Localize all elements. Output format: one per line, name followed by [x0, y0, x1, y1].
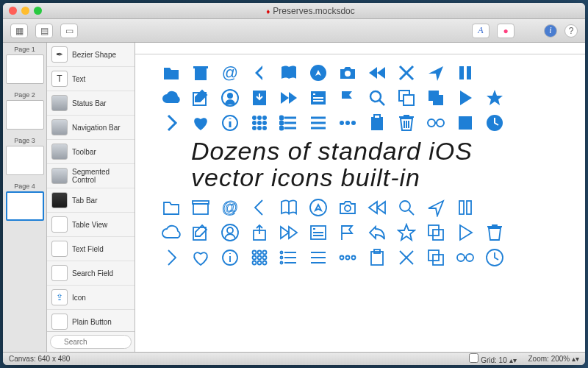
library-item-plainbutton[interactable]: Plain Button: [47, 310, 135, 331]
svg-point-55: [263, 251, 267, 255]
page-thumb-1[interactable]: [6, 54, 44, 84]
svg-point-72: [457, 254, 465, 261]
svg-point-33: [428, 119, 435, 127]
horizontal-ruler[interactable]: [135, 43, 585, 54]
svg-point-23: [257, 126, 262, 130]
help-button[interactable]: ?: [564, 24, 578, 38]
library-item-navbar[interactable]: Navigation Bar: [47, 116, 135, 140]
grid-checkbox[interactable]: Grid: 10 ▴▾: [469, 353, 516, 364]
library-item-toolbar[interactable]: Toolbar: [47, 140, 135, 164]
library-list: ✒Bezier Shape TText Status Bar Navigatio…: [47, 43, 135, 331]
tableview-icon: [51, 216, 68, 233]
info-button[interactable]: i: [544, 24, 557, 38]
star-icon: [485, 88, 504, 107]
icon-row-4: @: [162, 198, 570, 217]
page-thumb-3[interactable]: [6, 146, 44, 175]
icon-row-6: [162, 248, 570, 267]
color-inspector-button[interactable]: ●: [497, 24, 514, 38]
location-outline-icon: [426, 198, 445, 217]
library-item-segmented[interactable]: Segmented Control: [47, 164, 135, 188]
toolbar-library-button[interactable]: ▤: [35, 24, 53, 38]
svg-point-42: [400, 201, 410, 211]
library-item-text[interactable]: TText: [47, 67, 135, 91]
profile-icon: [220, 88, 240, 107]
square-icon: [456, 113, 475, 132]
close-outline-icon: [397, 248, 416, 267]
svg-rect-50: [429, 225, 439, 236]
windows-icon: [426, 88, 445, 107]
icon-row-2: [162, 88, 570, 107]
svg-rect-38: [193, 201, 209, 204]
svg-point-16: [252, 116, 257, 120]
svg-point-56: [253, 256, 257, 260]
chevron-left-outline-icon: [250, 198, 269, 217]
svg-point-34: [437, 119, 444, 127]
library-search: [47, 331, 135, 352]
searchfield-icon: [51, 265, 68, 281]
library-item-searchfield[interactable]: Search Field: [47, 261, 135, 286]
library-item-tableview[interactable]: Table View: [47, 213, 135, 237]
svg-point-2: [345, 71, 351, 77]
menu-outline-icon: [309, 248, 328, 267]
svg-point-24: [262, 126, 267, 130]
svg-point-19: [252, 121, 257, 125]
page-thumb-2[interactable]: [6, 100, 44, 130]
page-thumb-4[interactable]: [6, 191, 44, 221]
flag-icon: [338, 88, 357, 107]
icon-icon: ⇪: [51, 289, 68, 305]
canvas-area: @: [135, 43, 585, 352]
zoom-button[interactable]: [34, 7, 42, 15]
search-outline-icon: [397, 198, 416, 217]
copy-outline-icon: [426, 223, 445, 242]
svg-point-65: [340, 256, 344, 260]
compass-outline-icon: [309, 198, 328, 217]
svg-point-63: [281, 257, 283, 259]
statusbar-icon: [51, 95, 68, 111]
list-featured-icon: [309, 88, 328, 107]
info-outline-icon: [220, 248, 240, 267]
svg-point-40: [310, 199, 326, 216]
at-icon: @: [220, 63, 240, 82]
toolbar: ▦ ▤ ▭ A ● i ?: [3, 19, 585, 43]
svg-point-64: [281, 262, 283, 264]
canvas[interactable]: @: [135, 54, 585, 352]
minimize-button[interactable]: [21, 7, 29, 15]
tabbar-icon: [51, 192, 68, 208]
close-button[interactable]: [9, 7, 17, 15]
svg-point-66: [346, 256, 350, 260]
svg-point-10: [370, 91, 381, 102]
rewind-icon: [368, 63, 387, 82]
search-input[interactable]: [50, 335, 132, 349]
window-title: Preserves.mocksdoc: [42, 6, 579, 16]
upload-outline-icon: [250, 223, 269, 242]
svg-point-26: [280, 121, 283, 124]
toolbar-canvas-button[interactable]: ▭: [60, 24, 78, 38]
library-item-statusbar[interactable]: Status Bar: [47, 91, 135, 116]
svg-rect-70: [429, 250, 439, 261]
canvas-size-label: Canvas: 640 x 480: [9, 355, 70, 363]
close-icon: [397, 63, 416, 82]
glasses-outline-icon: [456, 248, 475, 267]
pause-outline-icon: [456, 198, 475, 217]
library-item-textfield[interactable]: Text Field: [47, 237, 135, 261]
toolbar-add-page-button[interactable]: ▦: [10, 24, 28, 38]
book-outline-icon: [279, 198, 298, 217]
more-icon: [338, 113, 357, 132]
library-item-bezier[interactable]: ✒Bezier Shape: [47, 43, 135, 67]
zoom-control[interactable]: Zoom: 200% ▴▾: [528, 355, 579, 363]
cloud-icon: [162, 88, 181, 107]
bezier-icon: ✒: [51, 46, 68, 63]
icon-row-1: @: [162, 63, 570, 82]
toolbar-icon: [51, 144, 68, 160]
svg-point-67: [352, 256, 356, 260]
plainbutton-icon: [51, 314, 68, 330]
at-outline-icon: @: [220, 198, 240, 217]
glasses-icon: [426, 113, 445, 132]
icon-row-3: [162, 113, 570, 132]
library-item-tabbar[interactable]: Tab Bar: [47, 188, 135, 213]
chevron-right-outline-icon: [162, 248, 181, 267]
library-item-icon[interactable]: ⇪Icon: [47, 286, 135, 310]
archive-outline-icon: [191, 198, 210, 217]
pause-icon: [456, 63, 475, 82]
font-inspector-button[interactable]: A: [472, 24, 490, 38]
